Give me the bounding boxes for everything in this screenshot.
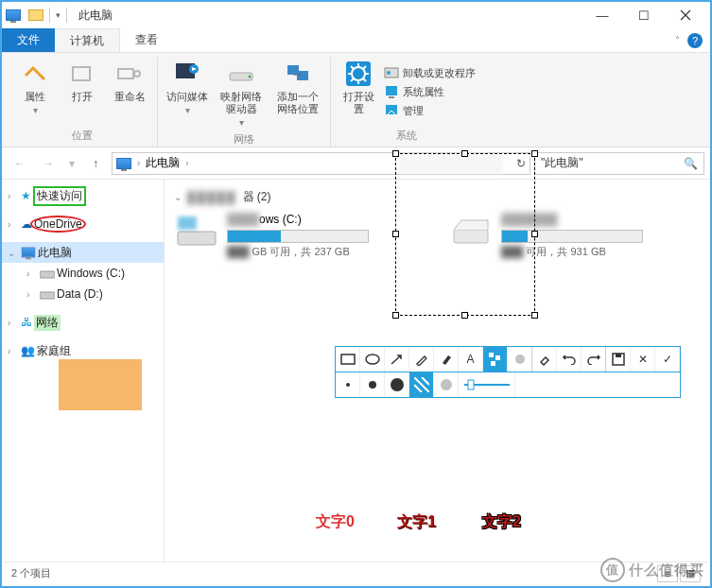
tree-quick-access[interactable]: › ★ 快速访问 [2, 185, 164, 206]
properties-label: 属性 [25, 91, 45, 103]
svg-rect-21 [341, 355, 355, 364]
tree-onedrive[interactable]: › ☁ OneDrive [2, 214, 164, 234]
drive-c-capacity-bar [227, 230, 369, 243]
svg-point-33 [441, 379, 452, 390]
svg-rect-23 [489, 353, 494, 357]
text-annotation-0[interactable]: 文字0 [316, 512, 355, 532]
drive-c-icon [174, 213, 219, 251]
intensity-slider[interactable] [459, 372, 515, 397]
system-properties-button[interactable]: 系统属性 [384, 84, 476, 99]
tab-computer[interactable]: 计算机 [55, 28, 120, 52]
svg-rect-24 [495, 355, 500, 360]
ribbon-group-network: 访问媒体 ▾ 映射网络驱动器 ▾ 添加一个网络位置 网络 [158, 57, 331, 147]
address-bar-row: ← → ▾ ↑ › 此电脑 › ↻ "此电脑" 🔍 [2, 147, 710, 180]
this-pc-label: 此电脑 [38, 245, 72, 261]
pattern-mosaic-icon[interactable] [409, 372, 434, 397]
tool-pencil-icon[interactable] [409, 347, 434, 372]
tool-cancel-icon[interactable]: ✕ [631, 347, 655, 372]
tool-rectangle-icon[interactable] [336, 347, 360, 372]
size-medium-icon[interactable] [360, 372, 385, 397]
drive-c-capacity-text: GB 可用，共 237 GB [252, 246, 349, 257]
open-label: 打开 [72, 91, 93, 103]
drive-d-capacity-text: 可用，共 931 GB [526, 246, 605, 257]
minimize-button[interactable]: — [582, 2, 623, 28]
drive-item-c[interactable]: ████ows (C:) ███ GB 可用，共 237 GB [174, 213, 420, 259]
add-location-label: 添加一个网络位置 [273, 91, 322, 115]
svg-rect-35 [468, 380, 474, 389]
watermark-text: 什么值得买 [629, 562, 704, 579]
tool-eraser-icon[interactable] [532, 347, 557, 372]
size-small-icon[interactable] [336, 372, 360, 397]
window-title: 此电脑 [78, 8, 113, 24]
breadcrumb-this-pc[interactable]: 此电脑 [146, 155, 180, 171]
search-input[interactable]: "此电脑" 🔍 [534, 152, 704, 175]
tab-file[interactable]: 文件 [2, 28, 55, 52]
svg-rect-16 [40, 271, 55, 278]
content-pane: ⌄ █████ 器 (2) ████ows (C:) ███ GB 可用，共 2… [165, 180, 710, 562]
add-network-location-button[interactable]: 添加一个网络位置 [271, 57, 324, 130]
svg-point-22 [366, 355, 379, 364]
tool-blur-icon[interactable] [508, 347, 532, 372]
ribbon-group-system: 打开设置 卸载或更改程序 系统属性 管理 [331, 57, 481, 147]
close-button[interactable] [665, 2, 706, 28]
uninstall-programs-button[interactable]: 卸载或更改程序 [384, 65, 476, 80]
svg-rect-15 [386, 105, 397, 114]
navigation-pane: › ★ 快速访问 › ☁ OneDrive ⌄ 此电脑 › Windows (C… [2, 180, 165, 562]
tool-mosaic-icon[interactable] [483, 347, 508, 372]
tab-view[interactable]: 查看 [120, 28, 173, 52]
tree-network[interactable]: › 🖧 网络 [2, 312, 164, 333]
recent-locations-icon[interactable]: ▾ [64, 151, 79, 176]
tool-undo-icon[interactable] [557, 347, 582, 372]
tool-marker-icon[interactable] [434, 347, 459, 372]
search-placeholder: "此电脑" [541, 155, 583, 171]
tool-redo-icon[interactable] [582, 347, 606, 372]
help-icon[interactable]: ? [687, 33, 703, 48]
collapse-ribbon-icon[interactable]: ˄ [675, 35, 680, 45]
access-media-button[interactable]: 访问媒体 ▾ [164, 57, 211, 130]
rename-button[interactable]: 重命名 [108, 57, 151, 127]
maximize-button[interactable]: ☐ [623, 2, 665, 28]
tree-this-pc[interactable]: ⌄ 此电脑 [2, 242, 164, 263]
forward-button[interactable]: → [36, 151, 61, 176]
size-large-icon[interactable] [385, 372, 409, 397]
open-button[interactable]: 打开 [61, 57, 104, 127]
svg-point-31 [391, 378, 404, 391]
drive-c-label: Windows (C:) [57, 267, 125, 280]
tree-drive-d[interactable]: › Data (D:) [2, 284, 164, 304]
tool-save-icon[interactable] [606, 347, 631, 372]
qat-customize-icon[interactable]: ▾ [56, 10, 61, 20]
orange-annotation-block [59, 359, 142, 410]
tool-ellipse-icon[interactable] [360, 347, 385, 372]
map-drive-button[interactable]: 映射网络驱动器 ▾ [215, 57, 268, 130]
tool-arrow-icon[interactable] [385, 347, 409, 372]
selection-marquee[interactable] [395, 153, 535, 316]
text-annotation-1[interactable]: 文字1 [397, 512, 436, 532]
text-annotation-2[interactable]: 文字2 [482, 512, 521, 532]
svg-rect-13 [386, 86, 397, 95]
svg-rect-25 [491, 361, 495, 366]
watermark-icon: 值 [600, 558, 625, 582]
svg-rect-8 [297, 71, 308, 80]
tree-homegroup[interactable]: › 👥 家庭组 [2, 340, 164, 361]
up-button[interactable]: ↑ [83, 151, 108, 176]
onedrive-label: OneDrive [34, 217, 82, 231]
tool-confirm-icon[interactable]: ✓ [655, 347, 680, 372]
tool-text-icon[interactable]: A [459, 347, 483, 372]
open-settings-button[interactable]: 打开设置 [337, 57, 380, 127]
search-icon[interactable]: 🔍 [684, 157, 698, 170]
svg-rect-0 [73, 67, 90, 80]
qat-folder-icon[interactable] [28, 9, 43, 21]
network-icon: 🖧 [21, 316, 32, 329]
manage-button[interactable]: 管理 [384, 103, 476, 118]
pattern-blur-icon[interactable] [434, 372, 459, 397]
homegroup-icon: 👥 [21, 344, 35, 357]
svg-rect-17 [40, 292, 55, 299]
media-label: 访问媒体 [166, 91, 208, 103]
back-button[interactable]: ← [8, 151, 32, 176]
ribbon-tabs: 文件 计算机 查看 ˄ ? [2, 28, 710, 53]
open-settings-label: 打开设置 [339, 91, 378, 115]
svg-point-12 [387, 71, 391, 75]
tree-drive-c[interactable]: › Windows (C:) [2, 263, 164, 284]
svg-rect-1 [118, 69, 133, 78]
properties-button[interactable]: 属性 ▾ [13, 57, 57, 127]
